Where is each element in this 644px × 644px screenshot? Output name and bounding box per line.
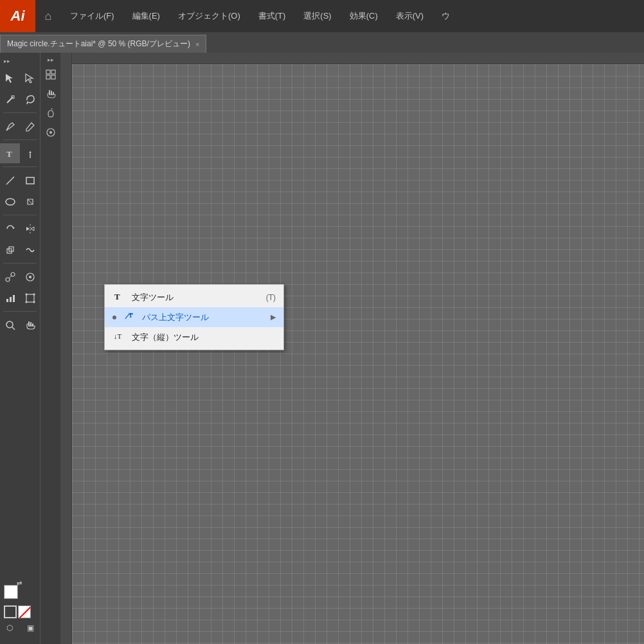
svg-line-2 bbox=[27, 102, 28, 104]
artboard-tool-btn[interactable] bbox=[20, 288, 40, 308]
svg-rect-33 bbox=[51, 70, 55, 74]
type-tool-shortcut: (T) bbox=[266, 293, 276, 302]
menu-window[interactable]: ウ bbox=[433, 0, 459, 32]
graph-tool-btn[interactable] bbox=[0, 288, 20, 308]
ai-logo[interactable]: Ai bbox=[0, 0, 35, 32]
svg-text:T: T bbox=[114, 292, 120, 301]
tool-row-transform bbox=[0, 219, 40, 238]
rotate-tool-btn[interactable] bbox=[0, 219, 20, 238]
panel-icon-circle[interactable] bbox=[42, 123, 60, 141]
svg-line-0 bbox=[7, 97, 13, 103]
svg-rect-18 bbox=[6, 299, 8, 302]
separator-5 bbox=[3, 263, 37, 264]
menu-edit[interactable]: 編集(E) bbox=[123, 0, 169, 32]
menu-select[interactable]: 選択(S) bbox=[294, 0, 340, 32]
home-button[interactable]: ⌂ bbox=[35, 0, 61, 32]
panel-icon-grid[interactable] bbox=[42, 66, 60, 84]
lasso-tool-btn[interactable] bbox=[20, 89, 40, 109]
panel-icon-apple[interactable] bbox=[42, 104, 60, 122]
horizontal-ruler bbox=[60, 53, 644, 64]
background-color-box[interactable] bbox=[4, 585, 18, 599]
pencil-tool-btn[interactable] bbox=[20, 116, 40, 136]
tool-row-shapes bbox=[0, 170, 40, 190]
document-tab[interactable]: Magic circle.チュートaiai* @ 50 % (RGB/プレビュー… bbox=[0, 35, 206, 53]
context-menu-path-type-tool[interactable]: T パス上文字ツール ▶ bbox=[105, 307, 283, 327]
panel-expand[interactable]: ▸▸ bbox=[40, 55, 60, 64]
reflect-tool-btn[interactable] bbox=[20, 219, 40, 238]
left-toolbar: ▸▸ bbox=[0, 53, 40, 644]
vertical-type-tool-icon: ↓T bbox=[112, 331, 125, 343]
tool-row-graph bbox=[0, 288, 40, 308]
stroke-icon[interactable] bbox=[4, 605, 17, 618]
tab-title: Magic circle.チュートaiai* @ 50 % (RGB/プレビュー… bbox=[7, 39, 190, 49]
panel-icon-hand[interactable] bbox=[42, 85, 60, 103]
type-tool-right-btn[interactable] bbox=[20, 143, 40, 163]
svg-text:↓T: ↓T bbox=[114, 332, 122, 340]
context-menu: T 文字ツール (T) T パス上文字ツール ▶ bbox=[104, 284, 284, 350]
svg-line-7 bbox=[6, 177, 14, 184]
tool-row-type: T bbox=[0, 143, 40, 163]
separator-6 bbox=[3, 311, 37, 312]
canvas-area[interactable]: T 文字ツール (T) T パス上文字ツール ▶ bbox=[60, 53, 644, 644]
magic-wand-tool-btn[interactable] bbox=[0, 89, 20, 109]
menu-view[interactable]: 表示(V) bbox=[387, 0, 433, 32]
menu-file[interactable]: ファイル(F) bbox=[61, 0, 123, 32]
symbol-tool-btn[interactable] bbox=[20, 267, 40, 287]
tool-row-pen bbox=[0, 116, 40, 136]
none-color-icon[interactable] bbox=[18, 605, 31, 618]
tool-row-other bbox=[0, 267, 40, 287]
separator-3 bbox=[3, 166, 37, 167]
color-section: ⇄ bbox=[4, 585, 18, 599]
menu-format[interactable]: 書式(T) bbox=[249, 0, 295, 32]
screen-mode-btn[interactable]: ▣ bbox=[21, 618, 40, 638]
svg-rect-32 bbox=[46, 70, 50, 74]
svg-rect-34 bbox=[46, 75, 50, 79]
ellipse-tool-btn[interactable] bbox=[0, 192, 20, 211]
right-panel-strip: ▸▸ bbox=[40, 53, 60, 644]
separator-4 bbox=[3, 215, 37, 215]
svg-rect-35 bbox=[51, 75, 55, 79]
separator-1 bbox=[3, 112, 37, 113]
svg-point-5 bbox=[29, 151, 31, 153]
rectangle-tool-btn[interactable] bbox=[20, 170, 40, 190]
direct-selection-tool-btn[interactable] bbox=[20, 68, 40, 88]
tool-row-selection bbox=[0, 68, 40, 88]
toolbar-expand-left[interactable]: ▸▸ bbox=[3, 57, 12, 66]
svg-rect-20 bbox=[13, 295, 15, 302]
path-type-tool-label: パス上文字ツール bbox=[142, 312, 209, 323]
tab-bar: Magic circle.チュートaiai* @ 50 % (RGB/プレビュー… bbox=[0, 32, 644, 53]
shaper-tool-btn[interactable] bbox=[20, 192, 40, 211]
type-tool-btn[interactable]: T bbox=[0, 143, 20, 163]
context-menu-type-tool[interactable]: T 文字ツール (T) bbox=[105, 287, 283, 307]
vertical-type-tool-label: 文字（縦）ツール bbox=[132, 332, 199, 343]
line-tool-btn[interactable] bbox=[0, 170, 20, 190]
type-tool-label: 文字ツール bbox=[132, 292, 174, 303]
type-tool-icon: T bbox=[112, 291, 125, 303]
vertical-ruler bbox=[60, 53, 72, 644]
tab-close-button[interactable]: × bbox=[195, 40, 199, 48]
draw-mode-btn[interactable]: ⬡ bbox=[0, 618, 19, 638]
separator-2 bbox=[3, 139, 37, 140]
selection-tool-btn[interactable] bbox=[0, 68, 20, 88]
zoom-tool-btn[interactable] bbox=[0, 315, 20, 335]
svg-point-17 bbox=[29, 276, 31, 278]
svg-line-31 bbox=[12, 327, 15, 330]
tool-row-nav bbox=[0, 315, 40, 335]
submenu-arrow-icon: ▶ bbox=[271, 313, 276, 321]
menu-object[interactable]: オブジェクト(O) bbox=[169, 0, 249, 32]
context-menu-vertical-type-tool[interactable]: ↓T 文字（縦）ツール bbox=[105, 327, 283, 347]
pen-tool-btn[interactable] bbox=[0, 116, 20, 136]
path-type-tool-icon: T bbox=[123, 311, 136, 323]
hand-tool-btn[interactable] bbox=[20, 315, 40, 335]
menu-effect[interactable]: 効果(C) bbox=[341, 0, 387, 32]
svg-point-30 bbox=[6, 321, 13, 328]
tool-row-scale bbox=[0, 240, 40, 260]
svg-point-37 bbox=[49, 131, 52, 134]
workspace: ▸▸ bbox=[0, 53, 644, 644]
svg-rect-8 bbox=[26, 177, 34, 184]
scale-tool-btn[interactable] bbox=[0, 240, 20, 260]
tool-row-shapes2 bbox=[0, 192, 40, 211]
warp-tool-btn[interactable] bbox=[20, 240, 40, 260]
blend-tool-btn[interactable] bbox=[0, 267, 20, 287]
stroke-fill-row bbox=[4, 605, 31, 618]
